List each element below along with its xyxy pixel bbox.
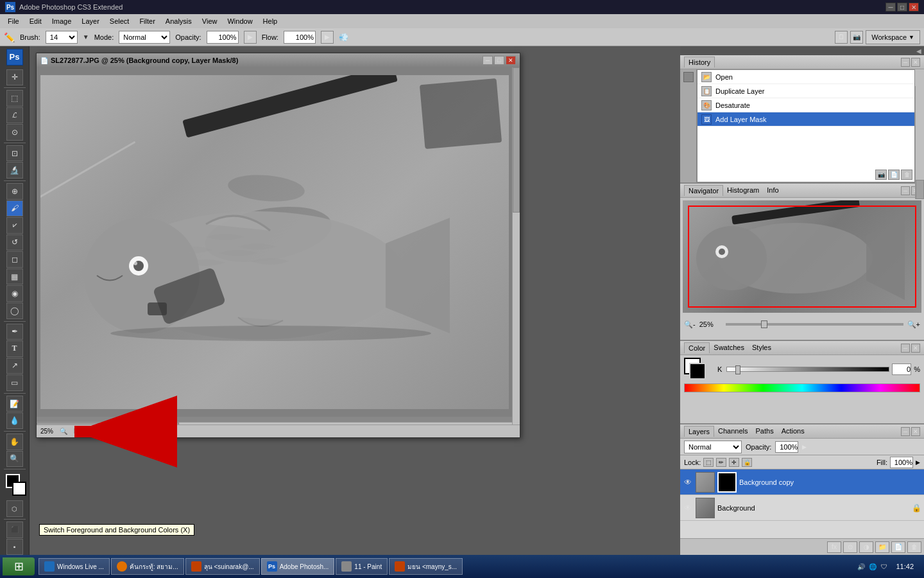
- color-collapse-btn[interactable]: ─: [901, 344, 910, 353]
- k-slider-track[interactable]: [726, 367, 889, 372]
- tab-color[interactable]: Color: [684, 342, 710, 353]
- history-close-btn[interactable]: ✕: [911, 58, 920, 67]
- healing-brush-tool[interactable]: ⊕: [6, 183, 23, 200]
- lock-position-btn[interactable]: ✛: [729, 458, 739, 467]
- tab-actions[interactable]: Actions: [778, 426, 809, 437]
- doc-options-btn1[interactable]: 🗒: [835, 31, 848, 44]
- menu-select[interactable]: Select: [105, 16, 135, 26]
- history-item-addlayermask[interactable]: 🖼 Add Layer Mask: [697, 112, 914, 127]
- delete-layer-btn[interactable]: 🗑: [907, 541, 921, 553]
- layers-collapse-btn[interactable]: ─: [901, 427, 910, 436]
- airbrush-icon[interactable]: 💨: [339, 33, 348, 42]
- blur-tool[interactable]: ◉: [6, 285, 23, 302]
- navigator-collapse-btn[interactable]: ─: [901, 186, 910, 195]
- background-color-swatch[interactable]: [12, 482, 26, 496]
- layer-eye-icon-background-copy[interactable]: 👁: [683, 477, 693, 487]
- marquee-tool[interactable]: ⬚: [6, 90, 23, 107]
- flow-input[interactable]: [284, 31, 316, 44]
- shape-tool[interactable]: ▭: [6, 374, 23, 391]
- layer-item-background[interactable]: 👁 Background 🔒: [680, 495, 924, 521]
- menu-window[interactable]: Window: [222, 16, 257, 26]
- taskbar-item-browser-1[interactable]: ค้นกระทู้: สยาม...: [111, 558, 184, 575]
- taskbar-item-email-2[interactable]: มยน <mayny_s...: [389, 558, 463, 575]
- foreground-color-preview[interactable]: [689, 363, 706, 380]
- layer-item-background-copy[interactable]: 👁 Background copy: [680, 469, 924, 495]
- doc-options-btn2[interactable]: 📷: [850, 31, 863, 44]
- taskbar-item-email[interactable]: ลุน <suinarak@...: [185, 558, 260, 575]
- menu-image[interactable]: Image: [47, 16, 77, 26]
- hand-tool[interactable]: ✋: [6, 434, 23, 450]
- tray-icon-3[interactable]: 🛡: [879, 561, 889, 572]
- screen-mode-full-btn[interactable]: ▪: [6, 539, 23, 555]
- lock-image-btn[interactable]: ✏: [716, 458, 726, 467]
- path-selection-tool[interactable]: ↗: [6, 358, 23, 374]
- workspace-btn[interactable]: Workspace ▼: [866, 30, 920, 44]
- quick-mask-mode-btn[interactable]: ⬡: [6, 500, 23, 517]
- new-layer-btn[interactable]: 📄: [891, 541, 905, 553]
- zoom-tool[interactable]: 🔍: [6, 451, 23, 468]
- opacity-arrow-icon[interactable]: ▶: [802, 444, 807, 450]
- tab-channels[interactable]: Channels: [714, 426, 751, 437]
- color-close-btn[interactable]: ✕: [911, 344, 920, 353]
- tab-navigator[interactable]: Navigator: [684, 185, 723, 196]
- tab-histogram[interactable]: Histogram: [723, 185, 763, 196]
- lock-all-btn[interactable]: 🔒: [742, 458, 752, 467]
- layers-close-btn[interactable]: ✕: [911, 427, 920, 436]
- crop-tool[interactable]: ⊡: [6, 145, 23, 162]
- layer-adjustment-btn[interactable]: ◑: [859, 541, 873, 553]
- lock-transparent-btn[interactable]: ⬚: [703, 458, 714, 467]
- layer-group-btn[interactable]: 📁: [875, 541, 889, 553]
- menu-analysis[interactable]: Analysis: [160, 16, 197, 26]
- layer-eye-icon-background[interactable]: 👁: [683, 503, 693, 513]
- menu-filter[interactable]: Filter: [134, 16, 160, 26]
- history-new-snapshot-btn[interactable]: 📷: [875, 170, 887, 180]
- menu-help[interactable]: Help: [258, 16, 283, 26]
- screen-mode-btn[interactable]: ⬛: [6, 521, 23, 538]
- eraser-tool[interactable]: ◻: [6, 251, 23, 268]
- collapse-arrow-icon[interactable]: ◀: [916, 48, 921, 55]
- maximize-button[interactable]: □: [897, 3, 907, 12]
- history-delete-btn[interactable]: 🗑: [901, 170, 912, 180]
- quick-selection-tool[interactable]: ⊙: [6, 124, 23, 141]
- history-new-state-btn[interactable]: 📄: [888, 170, 900, 180]
- tray-icon-1[interactable]: 🔊: [856, 561, 866, 572]
- vertical-scrollbar[interactable]: [512, 67, 520, 430]
- tab-paths[interactable]: Paths: [752, 426, 778, 437]
- eyedropper-tool[interactable]: 🔬: [6, 162, 23, 179]
- history-item-open[interactable]: 📂 Open: [697, 70, 914, 84]
- tab-info[interactable]: Info: [763, 185, 782, 196]
- menu-view[interactable]: View: [197, 16, 223, 26]
- history-scrollbar[interactable]: [915, 86, 924, 199]
- k-slider-thumb[interactable]: [735, 365, 740, 374]
- k-value-input[interactable]: [892, 363, 911, 375]
- pen-tool[interactable]: ✒: [6, 324, 23, 340]
- fill-value-input[interactable]: [890, 457, 913, 468]
- ps-badge[interactable]: Ps: [6, 49, 23, 66]
- zoom-slider-thumb[interactable]: [761, 320, 767, 328]
- eyedropper-tool-2[interactable]: 💧: [6, 412, 23, 429]
- zoom-in-icon[interactable]: 🔍+: [907, 320, 920, 329]
- layer-mask-thumb-background-copy[interactable]: [717, 472, 737, 493]
- lasso-tool[interactable]: 𝓛: [6, 107, 23, 124]
- notes-tool[interactable]: 📝: [6, 396, 23, 412]
- history-brush-tool[interactable]: ↺: [6, 234, 23, 251]
- doc-maximize-btn[interactable]: □: [494, 56, 504, 65]
- layer-fx-btn[interactable]: fx: [827, 541, 841, 553]
- blend-mode-select[interactable]: Normal: [684, 441, 742, 453]
- doc-close-btn[interactable]: ✕: [506, 56, 516, 65]
- dodge-tool[interactable]: ◯: [6, 302, 23, 319]
- close-button[interactable]: ✕: [909, 3, 919, 12]
- tab-styles[interactable]: Styles: [748, 342, 775, 353]
- canvas-scroll[interactable]: [37, 67, 512, 417]
- mode-select[interactable]: Normal: [119, 31, 170, 44]
- text-tool[interactable]: T: [6, 340, 23, 357]
- clone-stamp-tool[interactable]: 🗸: [6, 217, 23, 234]
- taskbar-item-windows-live[interactable]: Windows Live ...: [38, 558, 110, 575]
- doc-minimize-btn[interactable]: ─: [483, 56, 493, 65]
- start-button[interactable]: ⊞: [3, 557, 35, 575]
- zoom-out-icon[interactable]: 🔍-: [684, 320, 696, 329]
- opacity-arrow-btn[interactable]: ▶: [244, 31, 257, 44]
- menu-layer[interactable]: Layer: [76, 16, 105, 26]
- opacity-value-input[interactable]: [775, 441, 798, 453]
- brush-tool[interactable]: 🖌: [6, 200, 23, 217]
